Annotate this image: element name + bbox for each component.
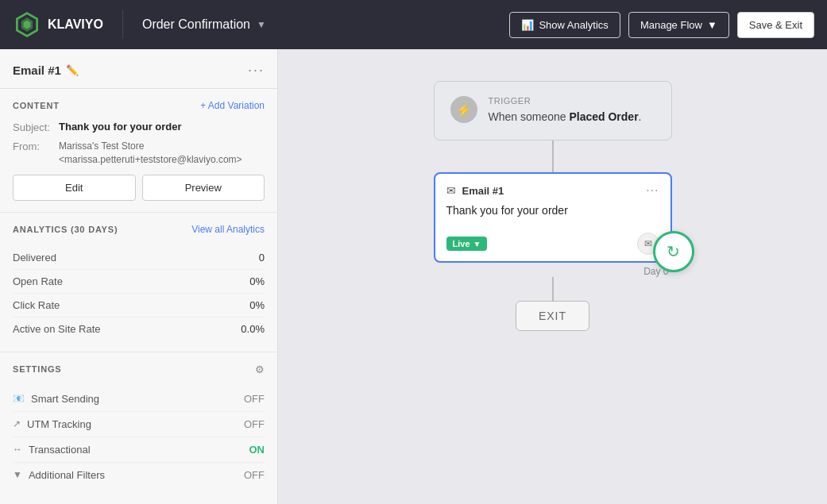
setting-left: ↔ Transactional — [13, 444, 91, 456]
gear-icon[interactable]: ⚙ — [255, 364, 265, 375]
envelope-icon: ✉ — [446, 184, 456, 197]
stat-label: Active on Site Rate — [13, 323, 101, 335]
setting-icon: 📧 — [13, 393, 25, 404]
live-chevron-icon: ▼ — [473, 240, 481, 248]
from-row: From: Marissa's Test Store <marissa.pett… — [13, 140, 265, 167]
flow-title: Order Confirmation — [142, 17, 250, 32]
live-badge[interactable]: Live ▼ — [446, 237, 488, 251]
stat-value: 0% — [249, 299, 265, 311]
email-exit-connector — [552, 277, 554, 301]
setting-left: 📧 Smart Sending — [13, 393, 99, 405]
email-title: Email #1 ✏️ — [13, 63, 79, 77]
refresh-button-overlay: ↻ — [653, 231, 694, 272]
add-variation-link[interactable]: + Add Variation — [200, 100, 265, 111]
show-analytics-button[interactable]: 📊 Show Analytics — [509, 12, 620, 38]
stat-label: Click Rate — [13, 299, 60, 311]
settings-title: SETTINGS — [13, 364, 61, 374]
setting-value: OFF — [244, 393, 265, 405]
content-section-header: CONTENT + Add Variation — [13, 100, 265, 111]
email-node-header: ✉ Email #1 ··· — [435, 174, 670, 201]
analytics-section: ANALYTICS (30 DAYS) View all Analytics D… — [0, 213, 277, 352]
settings-header: SETTINGS ⚙ — [13, 364, 265, 375]
action-buttons: Edit Preview — [13, 175, 265, 201]
main-layout: Email #1 ✏️ ··· CONTENT + Add Variation … — [0, 49, 827, 504]
email-node-footer: Live ▼ ✉ — [435, 226, 670, 261]
canvas: ⚡ Trigger When someone Placed Order. ✉ — [278, 49, 827, 504]
flow-container: ⚡ Trigger When someone Placed Order. ✉ — [434, 81, 672, 331]
content-section-title: CONTENT — [13, 101, 60, 110]
setting-label: Transactional — [29, 444, 91, 456]
trigger-text: When someone Placed Order. — [489, 109, 642, 125]
settings-section: SETTINGS ⚙ 📧 Smart Sending OFF ↗ UTM Tra… — [0, 352, 277, 498]
email-node-subject: Thank you for your order — [446, 204, 568, 217]
trigger-connector — [552, 140, 554, 172]
from-value: Marissa's Test Store <marissa.petteruti+… — [59, 140, 265, 167]
email-options-button[interactable]: ··· — [248, 62, 265, 79]
manage-flow-chevron: ▼ — [707, 19, 717, 31]
stat-label: Open Rate — [13, 275, 63, 287]
lightning-icon: ⚡ — [456, 102, 472, 117]
email-node-title-area: ✉ Email #1 — [446, 184, 504, 197]
flow-title-chevron[interactable]: ▼ — [257, 19, 266, 30]
setting-row: ↔ Transactional ON — [13, 437, 265, 463]
from-label: From: — [13, 140, 52, 152]
settings-list: 📧 Smart Sending OFF ↗ UTM Tracking OFF ↔… — [13, 387, 265, 487]
preview-button[interactable]: Preview — [142, 175, 265, 201]
setting-row: ▼ Additional Filters OFF — [13, 463, 265, 487]
trigger-content: Trigger When someone Placed Order. — [489, 96, 642, 125]
setting-row: ↗ UTM Tracking OFF — [13, 412, 265, 437]
edit-button[interactable]: Edit — [13, 175, 136, 201]
stats-list: Delivered 0 Open Rate 0% Click Rate 0% A… — [13, 246, 265, 340]
setting-value: OFF — [244, 418, 265, 430]
bar-chart-icon: 📊 — [521, 19, 534, 31]
trigger-node: ⚡ Trigger When someone Placed Order. — [434, 81, 672, 140]
sidebar-header: Email #1 ✏️ ··· — [0, 49, 277, 89]
stat-value: 0% — [249, 275, 265, 287]
setting-icon: ↗ — [13, 418, 21, 429]
edit-pencil-icon[interactable]: ✏️ — [66, 64, 79, 76]
setting-left: ▼ Additional Filters — [13, 469, 105, 481]
subject-label: Subject: — [13, 121, 52, 133]
analytics-header: ANALYTICS (30 DAYS) View all Analytics — [13, 224, 265, 235]
setting-left: ↗ UTM Tracking — [13, 418, 91, 430]
stat-row: Delivered 0 — [13, 246, 265, 270]
setting-row: 📧 Smart Sending OFF — [13, 387, 265, 412]
logo-text: KLAVIYO — [48, 17, 103, 32]
stat-row: Active on Site Rate 0.0% — [13, 317, 265, 340]
top-nav: KLAVIYO Order Confirmation ▼ 📊 Show Anal… — [0, 0, 827, 49]
logo-area: KLAVIYO — [13, 10, 123, 39]
setting-value: OFF — [244, 469, 265, 481]
setting-label: Additional Filters — [29, 469, 105, 481]
stat-row: Open Rate 0% — [13, 270, 265, 294]
email-node[interactable]: ✉ Email #1 ··· Thank you for your order … — [434, 172, 672, 263]
day-label: Day 0 — [434, 266, 672, 277]
setting-icon: ↔ — [13, 444, 22, 455]
sidebar: Email #1 ✏️ ··· CONTENT + Add Variation … — [0, 49, 278, 504]
stat-value: 0.0% — [241, 323, 265, 335]
email-node-options[interactable]: ··· — [646, 183, 659, 198]
setting-label: UTM Tracking — [27, 418, 91, 430]
view-all-analytics-link[interactable]: View all Analytics — [191, 224, 265, 235]
setting-value: ON — [249, 444, 265, 456]
flow-title-area: Order Confirmation ▼ — [123, 17, 510, 32]
manage-flow-button[interactable]: Manage Flow ▼ — [628, 12, 729, 38]
exit-node: EXIT — [516, 301, 589, 331]
refresh-icon: ↻ — [667, 242, 680, 261]
stat-value: 0 — [259, 252, 265, 264]
nav-actions: 📊 Show Analytics Manage Flow ▼ Save & Ex… — [509, 12, 814, 38]
subject-value: Thank you for your order — [59, 121, 182, 133]
email-node-wrapper: ✉ Email #1 ··· Thank you for your order … — [434, 172, 672, 277]
setting-icon: ▼ — [13, 469, 22, 480]
stat-row: Click Rate 0% — [13, 294, 265, 317]
trigger-icon-wrap: ⚡ — [450, 96, 477, 123]
subject-row: Subject: Thank you for your order — [13, 121, 265, 133]
content-section: CONTENT + Add Variation Subject: Thank y… — [0, 89, 277, 213]
stat-label: Delivered — [13, 252, 56, 264]
setting-label: Smart Sending — [31, 393, 99, 405]
refresh-button[interactable]: ↻ — [653, 231, 694, 272]
save-exit-button[interactable]: Save & Exit — [737, 12, 814, 38]
klaviyo-logo — [13, 10, 41, 39]
email-node-name: Email #1 — [462, 185, 504, 197]
trigger-label: Trigger — [489, 96, 642, 106]
email-node-body: Thank you for your order — [435, 201, 670, 226]
